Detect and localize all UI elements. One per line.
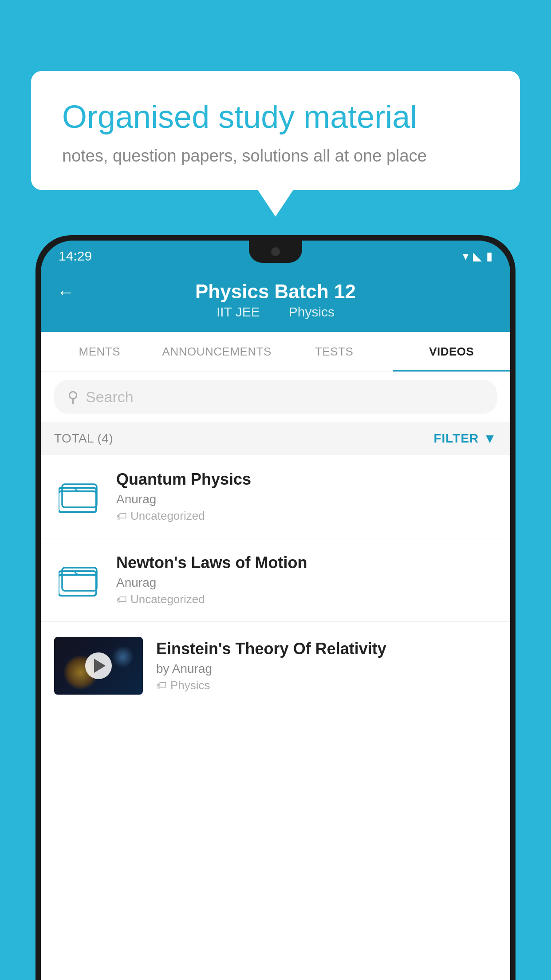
folder-icon-wrap	[54, 472, 103, 521]
subtitle-iit: IIT JEE	[216, 304, 260, 319]
app-header: ← Physics Batch 12 IIT JEE Physics	[41, 272, 510, 332]
list-item[interactable]: Einstein's Theory Of Relativity by Anura…	[41, 622, 510, 710]
tab-tests[interactable]: TESTS	[276, 332, 393, 371]
tag-label: Physics	[170, 679, 210, 692]
video-thumbnail	[54, 637, 143, 695]
item-author: by Anurag	[156, 662, 497, 676]
tag-icon: 🏷	[116, 510, 127, 522]
list-item-info: Quantum Physics Anurag 🏷 Uncategorized	[116, 470, 497, 523]
svg-rect-1	[59, 491, 96, 512]
header-subtitle: IIT JEE Physics	[212, 304, 339, 320]
svg-rect-4	[59, 575, 96, 596]
tag-label: Uncategorized	[130, 593, 205, 606]
list-item-info: Newton's Laws of Motion Anurag 🏷 Uncateg…	[116, 553, 497, 606]
status-icons: ▾ ◣ ▮	[463, 249, 492, 263]
tag-icon: 🏷	[116, 593, 127, 606]
subtitle-sep	[272, 304, 280, 319]
filter-label: FILTER	[433, 431, 479, 446]
total-filter-bar: TOTAL (4) FILTER ▼	[41, 422, 510, 455]
speech-bubble-tail	[258, 190, 293, 217]
wifi-icon: ▾	[463, 249, 468, 263]
filter-icon: ▼	[483, 431, 497, 446]
status-bar: 14:29 ▾ ◣ ▮	[41, 241, 510, 272]
list-item-info: Einstein's Theory Of Relativity by Anura…	[156, 640, 497, 692]
item-tag: 🏷 Physics	[156, 679, 497, 692]
tab-announcements[interactable]: ANNOUNCEMENTS	[158, 332, 276, 371]
search-bar[interactable]: ⚲ Search	[54, 380, 497, 414]
search-icon: ⚲	[67, 388, 79, 406]
search-bar-wrapper: ⚲ Search	[41, 372, 510, 422]
back-button[interactable]: ←	[57, 282, 75, 302]
tag-icon: 🏷	[156, 679, 167, 692]
status-time: 14:29	[59, 249, 92, 264]
notch	[249, 241, 302, 263]
folder-icon-wrap	[54, 556, 103, 605]
tab-bar: MENTS ANNOUNCEMENTS TESTS VIDEOS	[41, 332, 510, 372]
signal-icon: ◣	[473, 249, 482, 263]
item-tag: 🏷 Uncategorized	[116, 593, 497, 606]
item-title: Newton's Laws of Motion	[116, 553, 497, 572]
total-count: TOTAL (4)	[54, 431, 113, 446]
video-list: Quantum Physics Anurag 🏷 Uncategorized	[41, 455, 510, 710]
battery-icon: ▮	[486, 249, 492, 263]
speech-bubble-subtitle: notes, question papers, solutions all at…	[62, 146, 489, 166]
item-author: Anurag	[116, 576, 497, 590]
list-item[interactable]: Newton's Laws of Motion Anurag 🏷 Uncateg…	[41, 538, 510, 622]
play-button[interactable]	[85, 652, 112, 679]
filter-button[interactable]: FILTER ▼	[433, 431, 497, 446]
tab-ments[interactable]: MENTS	[41, 332, 158, 371]
folder-icon	[59, 562, 98, 598]
item-author: Anurag	[116, 492, 497, 506]
folder-icon	[59, 479, 98, 514]
subtitle-physics: Physics	[289, 304, 335, 319]
phone-frame: 14:29 ▾ ◣ ▮ ← Physics Batch 12 IIT JEE P…	[35, 235, 516, 980]
phone-inner: 14:29 ▾ ◣ ▮ ← Physics Batch 12 IIT JEE P…	[41, 241, 510, 980]
phone-screen: ← Physics Batch 12 IIT JEE Physics MENTS…	[41, 272, 510, 980]
speech-bubble-card: Organised study material notes, question…	[31, 71, 520, 217]
search-placeholder-text: Search	[86, 388, 134, 406]
item-title: Quantum Physics	[116, 470, 497, 489]
item-title: Einstein's Theory Of Relativity	[156, 640, 497, 658]
camera-dot	[271, 247, 280, 256]
play-triangle	[94, 659, 106, 673]
header-title: Physics Batch 12	[195, 281, 356, 303]
speech-bubble-title: Organised study material	[62, 98, 489, 136]
speech-bubble-box: Organised study material notes, question…	[31, 71, 520, 190]
list-item[interactable]: Quantum Physics Anurag 🏷 Uncategorized	[41, 455, 510, 538]
item-tag: 🏷 Uncategorized	[116, 509, 497, 523]
tag-label: Uncategorized	[130, 509, 205, 523]
tab-videos[interactable]: VIDEOS	[393, 332, 511, 371]
